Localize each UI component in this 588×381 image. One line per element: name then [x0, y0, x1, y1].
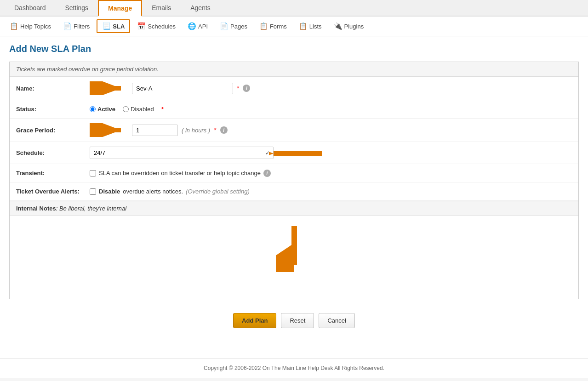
ticket-overdue-checkbox[interactable]: [90, 188, 96, 195]
form-notice: Tickets are marked overdue on grace peri…: [10, 62, 578, 77]
footer: Copyright © 2006-2022 On The Main Line H…: [0, 358, 588, 378]
top-navigation: Dashboard Settings Manage Emails Agents: [0, 0, 588, 17]
sub-navigation: 📋 Help Topics 📄 Filters 📃 SLA 📅 Schedule…: [0, 17, 588, 36]
subnav-api[interactable]: 🌐 API: [183, 20, 213, 33]
status-required: *: [161, 106, 164, 113]
add-plan-button[interactable]: Add Plan: [233, 313, 276, 328]
name-row: Name: * i: [10, 77, 578, 100]
schedule-select-wrapper: 24/7 ✓: [90, 147, 274, 159]
subnav-plugins[interactable]: 🔌 Plugins: [329, 20, 369, 33]
subnav-help-topics[interactable]: 📋 Help Topics: [5, 20, 56, 33]
schedule-label: Schedule:: [16, 149, 90, 156]
schedule-select[interactable]: 24/7: [90, 147, 274, 159]
transient-checkbox-row: SLA can be overridden on ticket transfer…: [90, 170, 271, 177]
page-title: Add New SLA Plan: [9, 44, 579, 54]
name-label: Name:: [16, 85, 90, 92]
disable-label: Disable: [99, 188, 120, 195]
pages-icon: 📄: [220, 22, 228, 30]
transient-help-icon[interactable]: i: [263, 170, 271, 177]
arrow-down-addplan: [276, 226, 313, 272]
page-content: Add New SLA Plan Tickets are marked over…: [0, 36, 588, 358]
ticket-overdue-checkbox-row: Disable overdue alerts notices. (Overrid…: [90, 188, 250, 195]
schedules-icon: 📅: [137, 22, 146, 30]
transient-checkbox[interactable]: [90, 170, 96, 176]
grace-required: *: [214, 126, 216, 134]
name-field: * i: [90, 81, 572, 95]
status-radio-group: Active Disabled *: [90, 106, 164, 113]
subnav-pages[interactable]: 📄 Pages: [215, 20, 252, 33]
forms-icon: 📋: [259, 22, 268, 30]
lists-icon: 📋: [299, 22, 308, 30]
internal-notes-header: Internal Notes: Be liberal, they're inte…: [10, 201, 578, 216]
subnav-filters[interactable]: 📄 Filters: [58, 20, 95, 33]
status-active-radio[interactable]: Active: [90, 106, 115, 113]
status-disabled-radio[interactable]: Disabled: [123, 106, 154, 113]
internal-notes-area: [10, 216, 578, 299]
form-wrapper: Tickets are marked overdue on grace peri…: [9, 62, 579, 337]
name-help-icon[interactable]: i: [243, 85, 250, 92]
plugins-icon: 🔌: [334, 22, 343, 30]
cancel-button[interactable]: Cancel: [319, 313, 354, 328]
sla-icon: 📃: [102, 22, 111, 30]
form-buttons: Add Plan Reset Cancel: [9, 299, 579, 337]
ticket-overdue-label: Ticket Overdue Alerts:: [16, 188, 90, 195]
grace-period-field: ( in hours ) * i: [90, 123, 572, 137]
subnav-lists[interactable]: 📋 Lists: [294, 20, 327, 33]
transient-field: SLA can be overridden on ticket transfer…: [90, 170, 572, 177]
arrow-schedule: [269, 144, 324, 163]
override-note: (Override global setting): [186, 188, 250, 195]
grace-unit: ( in hours ): [182, 127, 210, 134]
arrow-name: [90, 81, 126, 95]
subnav-forms[interactable]: 📋 Forms: [254, 20, 292, 33]
grace-period-label: Grace Period:: [16, 127, 90, 134]
tab-manage[interactable]: Manage: [98, 0, 142, 17]
grace-period-input[interactable]: [132, 125, 178, 136]
status-label: Status:: [16, 106, 90, 113]
transient-text: SLA can be overridden on ticket transfer…: [99, 170, 261, 176]
schedule-field: 24/7 ✓: [90, 147, 572, 159]
tab-settings[interactable]: Settings: [56, 0, 98, 17]
form-card: Tickets are marked overdue on grace peri…: [9, 62, 579, 299]
grace-period-row: Grace Period: ( in hours ) * i: [10, 119, 578, 142]
help-topics-icon: 📋: [10, 22, 18, 30]
transient-label: Transient:: [16, 170, 90, 176]
filters-icon: 📄: [63, 22, 72, 30]
ticket-overdue-field: Disable overdue alerts notices. (Overrid…: [90, 188, 572, 195]
reset-button[interactable]: Reset: [281, 313, 314, 328]
subnav-sla[interactable]: 📃 SLA: [97, 19, 130, 33]
status-row: Status: Active Disabled *: [10, 100, 578, 119]
subnav-schedules[interactable]: 📅 Schedules: [132, 20, 181, 33]
schedule-row: Schedule: 24/7 ✓: [10, 142, 578, 164]
arrow-grace: [90, 123, 126, 137]
api-icon: 🌐: [188, 22, 196, 30]
tab-agents[interactable]: Agents: [181, 0, 220, 17]
ticket-overdue-row: Ticket Overdue Alerts: Disable overdue a…: [10, 182, 578, 201]
name-required: *: [237, 85, 239, 92]
transient-row: Transient: SLA can be overridden on tick…: [10, 164, 578, 182]
overdue-rest-text: overdue alerts notices.: [123, 188, 183, 195]
name-input[interactable]: [132, 83, 233, 94]
grace-help-icon[interactable]: i: [220, 126, 228, 134]
tab-emails[interactable]: Emails: [142, 0, 181, 17]
status-field: Active Disabled *: [90, 106, 572, 113]
tab-dashboard[interactable]: Dashboard: [5, 0, 56, 17]
